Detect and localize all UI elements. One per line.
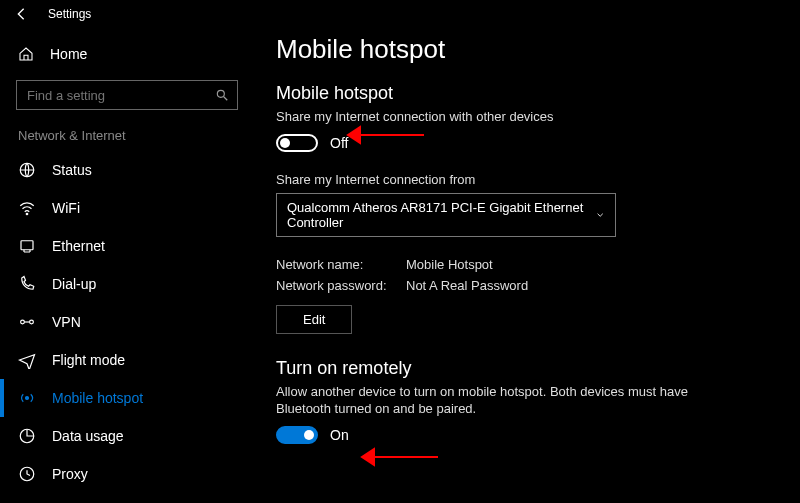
sidebar-home-label: Home bbox=[50, 46, 87, 62]
airplane-icon bbox=[18, 351, 36, 369]
search-input-wrap[interactable] bbox=[16, 80, 238, 110]
svg-point-2 bbox=[26, 213, 28, 215]
network-name-label: Network name: bbox=[276, 257, 406, 272]
sidebar-item-flight-mode[interactable]: Flight mode bbox=[0, 341, 254, 379]
data-usage-icon bbox=[18, 427, 36, 445]
home-icon bbox=[18, 46, 34, 62]
remote-heading: Turn on remotely bbox=[276, 358, 778, 379]
svg-point-4 bbox=[21, 320, 25, 324]
edit-button[interactable]: Edit bbox=[276, 305, 352, 334]
arrow-left-icon bbox=[18, 9, 23, 20]
search-icon bbox=[215, 88, 229, 102]
sidebar-item-ethernet[interactable]: Ethernet bbox=[0, 227, 254, 265]
chevron-down-icon bbox=[595, 209, 605, 221]
content-pane: Mobile hotspot Mobile hotspot Share my I… bbox=[254, 28, 800, 503]
toggle-knob bbox=[280, 138, 290, 148]
share-from-dropdown[interactable]: Qualcomm Atheros AR8171 PCI-E Gigabit Et… bbox=[276, 193, 616, 237]
sidebar-item-label: Ethernet bbox=[52, 238, 105, 254]
sidebar-item-proxy[interactable]: Proxy bbox=[0, 455, 254, 493]
globe-icon bbox=[18, 161, 36, 179]
svg-rect-3 bbox=[21, 241, 33, 250]
hotspot-toggle[interactable] bbox=[276, 134, 318, 152]
sidebar-item-label: Mobile hotspot bbox=[52, 390, 143, 406]
sidebar-item-label: VPN bbox=[52, 314, 81, 330]
sidebar: Home Network & Internet Status WiFi Ethe… bbox=[0, 28, 254, 503]
ethernet-icon bbox=[18, 237, 36, 255]
sidebar-home[interactable]: Home bbox=[0, 38, 254, 70]
sidebar-item-wifi[interactable]: WiFi bbox=[0, 189, 254, 227]
sidebar-item-dialup[interactable]: Dial-up bbox=[0, 265, 254, 303]
svg-point-5 bbox=[30, 320, 34, 324]
hotspot-toggle-label: Off bbox=[330, 135, 348, 151]
sidebar-item-status[interactable]: Status bbox=[0, 151, 254, 189]
sidebar-item-mobile-hotspot[interactable]: Mobile hotspot bbox=[0, 379, 254, 417]
app-title: Settings bbox=[48, 7, 91, 21]
toggle-knob bbox=[304, 430, 314, 440]
hotspot-heading: Mobile hotspot bbox=[276, 83, 778, 104]
edit-button-label: Edit bbox=[303, 312, 325, 327]
sidebar-item-label: Data usage bbox=[52, 428, 124, 444]
remote-toggle-label: On bbox=[330, 427, 349, 443]
search-input[interactable] bbox=[27, 88, 215, 103]
back-button[interactable] bbox=[0, 0, 42, 28]
sidebar-item-label: Flight mode bbox=[52, 352, 125, 368]
phone-icon bbox=[18, 275, 36, 293]
sidebar-item-label: Dial-up bbox=[52, 276, 96, 292]
svg-point-6 bbox=[26, 397, 29, 400]
sidebar-item-label: Proxy bbox=[52, 466, 88, 482]
sidebar-item-data-usage[interactable]: Data usage bbox=[0, 417, 254, 455]
share-from-value: Qualcomm Atheros AR8171 PCI-E Gigabit Et… bbox=[287, 200, 595, 230]
network-password-value: Not A Real Password bbox=[406, 278, 528, 293]
page-title: Mobile hotspot bbox=[276, 34, 778, 65]
proxy-icon bbox=[18, 465, 36, 483]
wifi-icon bbox=[18, 199, 36, 217]
remote-toggle[interactable] bbox=[276, 426, 318, 444]
hotspot-desc: Share my Internet connection with other … bbox=[276, 108, 706, 126]
network-password-label: Network password: bbox=[276, 278, 406, 293]
sidebar-item-vpn[interactable]: VPN bbox=[0, 303, 254, 341]
sidebar-item-label: WiFi bbox=[52, 200, 80, 216]
hotspot-icon bbox=[18, 389, 36, 407]
sidebar-nav: Status WiFi Ethernet Dial-up VPN Flight … bbox=[0, 151, 254, 493]
svg-point-0 bbox=[217, 90, 224, 97]
network-name-value: Mobile Hotspot bbox=[406, 257, 493, 272]
sidebar-group-title: Network & Internet bbox=[0, 128, 254, 151]
sidebar-item-label: Status bbox=[52, 162, 92, 178]
vpn-icon bbox=[18, 313, 36, 331]
share-from-label: Share my Internet connection from bbox=[276, 172, 778, 187]
remote-desc: Allow another device to turn on mobile h… bbox=[276, 383, 706, 418]
